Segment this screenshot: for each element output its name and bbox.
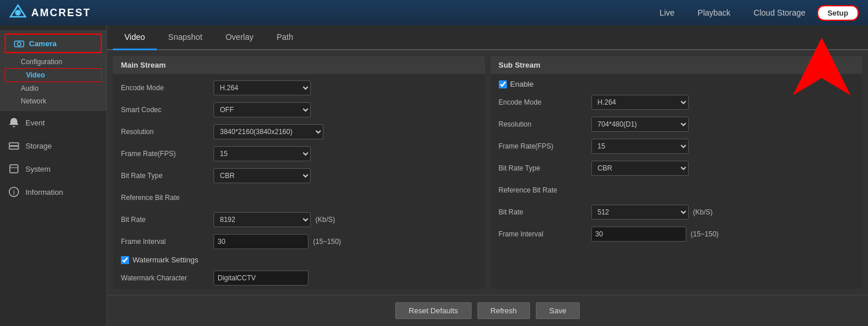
sub-stream-panel: Sub Stream Enable Encode Mode H.264H.265: [491, 56, 863, 289]
sub-bit-rate-type-row: Bit Rate Type CBRVBR: [499, 160, 855, 176]
bit-rate-unit: (Kb/S): [315, 216, 335, 224]
sub-frame-interval-row: Frame Interval (15~150): [499, 226, 855, 242]
event-label: Event: [25, 118, 45, 127]
sidebar-item-camera[interactable]: Camera: [5, 34, 102, 53]
sidebar-item-event[interactable]: Event: [0, 111, 106, 134]
watermark-settings-row: Watermark Settings: [121, 255, 477, 264]
sub-resolution-select[interactable]: 704*480(D1)352*240(CIF): [591, 117, 689, 132]
sub-bit-rate-label: Bit Rate: [499, 208, 591, 216]
main-content: Video Snapshot Overlay Path Main Stream …: [107, 25, 868, 326]
frame-rate-row: Frame Rate(FPS) 152530: [121, 146, 477, 162]
sub-encode-mode-select[interactable]: H.264H.265: [591, 95, 689, 110]
system-icon: [8, 163, 20, 175]
camera-label: Camera: [29, 39, 57, 48]
watermark-character-input[interactable]: [214, 271, 308, 286]
sub-frame-interval-range: (15~150): [691, 230, 719, 238]
setup-button[interactable]: Setup: [817, 5, 859, 21]
bit-rate-type-select[interactable]: CBRVBR: [214, 168, 311, 183]
svg-text:i: i: [13, 188, 15, 197]
sidebar-item-system[interactable]: System: [0, 157, 106, 180]
sidebar-item-configuration[interactable]: Configuration: [0, 55, 106, 68]
info-icon: i: [8, 186, 20, 198]
top-navigation: AMCREST Live Playback Cloud Storage Setu…: [0, 0, 868, 25]
sidebar-item-video[interactable]: Video: [5, 68, 102, 82]
resolution-select[interactable]: 3840*2160(3840x2160)1920*1080: [214, 124, 323, 139]
nav-playback[interactable]: Playback: [698, 8, 731, 17]
watermark-settings-label: Watermark Settings: [133, 255, 198, 264]
sub-enable-row: Enable: [499, 80, 855, 88]
sub-encode-mode-row: Encode Mode H.264H.265: [499, 94, 855, 110]
tab-video[interactable]: Video: [113, 25, 157, 50]
nav-links: Live Playback Cloud Storage: [660, 8, 806, 17]
storage-label: Storage: [25, 142, 52, 150]
sub-resolution-label: Resolution: [499, 120, 591, 128]
svg-rect-4: [9, 143, 19, 146]
sub-resolution-row: Resolution 704*480(D1)352*240(CIF): [499, 116, 855, 132]
brand-name: AMCREST: [31, 7, 91, 19]
sidebar-item-network[interactable]: Network: [0, 95, 106, 108]
smart-codec-select[interactable]: OFFON: [214, 102, 311, 117]
refresh-button[interactable]: Refresh: [477, 302, 531, 319]
sub-reference-bit-rate-row: Reference Bit Rate: [499, 182, 855, 198]
content-area: Main Stream Encode Mode H.264H.265MJPEG …: [107, 50, 868, 295]
frame-interval-row: Frame Interval (15~150): [121, 234, 477, 250]
watermark-character-label: Watermark Character: [121, 274, 214, 282]
encode-mode-row: Encode Mode H.264H.265MJPEG: [121, 80, 477, 96]
save-button[interactable]: Save: [536, 302, 580, 319]
brand-logo: AMCREST: [9, 4, 91, 21]
frame-interval-label: Frame Interval: [121, 238, 214, 246]
encode-mode-label: Encode Mode: [121, 84, 214, 92]
reset-defaults-button[interactable]: Reset Defaults: [395, 302, 471, 319]
tab-overlay[interactable]: Overlay: [214, 25, 265, 50]
sub-bit-rate-row: Bit Rate 512256128 (Kb/S): [499, 204, 855, 220]
sub-bit-rate-type-label: Bit Rate Type: [499, 164, 591, 172]
tab-snapshot[interactable]: Snapshot: [157, 25, 214, 50]
reference-bit-rate-row: Reference Bit Rate: [121, 190, 477, 206]
encode-mode-select[interactable]: H.264H.265MJPEG: [214, 80, 311, 95]
sub-frame-interval-input[interactable]: [591, 227, 686, 242]
frame-interval-range: (15~150): [313, 238, 341, 246]
sub-frame-rate-select[interactable]: 152530: [591, 139, 689, 154]
sidebar-item-information[interactable]: i Information: [0, 180, 106, 203]
smart-codec-label: Smart Codec: [121, 106, 214, 114]
information-label: Information: [25, 188, 63, 197]
camera-icon: [14, 38, 24, 49]
svg-point-1: [15, 10, 21, 16]
bit-rate-select[interactable]: 819240962048: [214, 212, 311, 227]
sidebar: Camera Configuration Video Audio Network…: [0, 25, 107, 326]
frame-interval-input[interactable]: [214, 234, 308, 249]
nav-cloud-storage[interactable]: Cloud Storage: [753, 8, 806, 17]
nav-live[interactable]: Live: [660, 8, 675, 17]
tab-path[interactable]: Path: [265, 25, 305, 50]
storage-icon: [8, 140, 20, 151]
sub-bit-rate-type-select[interactable]: CBRVBR: [591, 161, 689, 176]
sub-stream-body: Enable Encode Mode H.264H.265 Resolution: [491, 74, 863, 254]
sub-bit-rate-unit: (Kb/S): [693, 208, 713, 216]
tabs-bar: Video Snapshot Overlay Path: [107, 25, 868, 50]
sub-frame-rate-label: Frame Rate(FPS): [499, 142, 591, 150]
svg-rect-5: [9, 146, 19, 149]
sub-frame-interval-label: Frame Interval: [499, 230, 591, 238]
main-stream-panel: Main Stream Encode Mode H.264H.265MJPEG …: [113, 56, 485, 289]
sub-enable-label: Enable: [510, 80, 534, 88]
svg-point-3: [17, 42, 21, 46]
sidebar-item-storage[interactable]: Storage: [0, 134, 106, 157]
resolution-label: Resolution: [121, 128, 214, 136]
smart-codec-row: Smart Codec OFFON: [121, 102, 477, 118]
logo-icon: [9, 4, 27, 21]
frame-rate-select[interactable]: 152530: [214, 146, 311, 161]
sub-encode-mode-label: Encode Mode: [499, 98, 591, 106]
sub-enable-checkbox[interactable]: [499, 80, 507, 88]
bit-rate-row: Bit Rate 819240962048 (Kb/S): [121, 212, 477, 228]
svg-rect-6: [10, 165, 18, 173]
sub-reference-bit-rate-label: Reference Bit Rate: [499, 186, 591, 194]
sub-bit-rate-select[interactable]: 512256128: [591, 205, 689, 220]
system-label: System: [25, 165, 50, 173]
watermark-checkbox[interactable]: [121, 256, 129, 264]
reference-bit-rate-label: Reference Bit Rate: [121, 194, 214, 202]
bit-rate-label: Bit Rate: [121, 216, 214, 224]
bit-rate-type-row: Bit Rate Type CBRVBR: [121, 168, 477, 184]
main-stream-header: Main Stream: [113, 56, 485, 74]
footer-buttons: Reset Defaults Refresh Save: [107, 295, 868, 326]
sidebar-item-audio[interactable]: Audio: [0, 82, 106, 95]
